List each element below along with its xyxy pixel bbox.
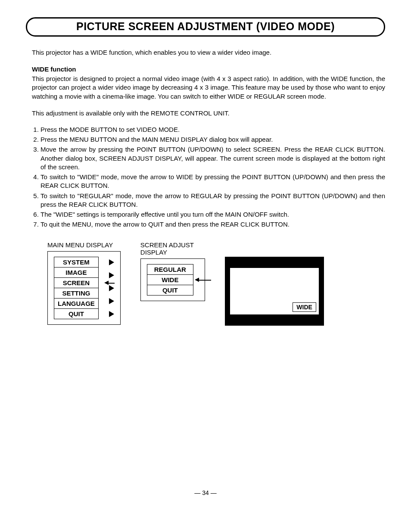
screen-preview: WIDE: [225, 257, 324, 326]
step: To switch to "REGULAR" mode, move the ar…: [40, 192, 385, 209]
remote-note: This adjustment is available only with t…: [32, 109, 385, 117]
pointer-arrow-icon: [195, 276, 211, 283]
page-title: PICTURE SCREEN ADJUSTMENT (VIDEO MODE): [26, 17, 385, 37]
step: The "WIDE" settings is temporarily effec…: [40, 210, 385, 219]
menu-item-label: WIDE: [162, 276, 178, 283]
triangle-right-icon: [109, 285, 114, 291]
step: Press the MENU BUTTON and the MAIN MENU …: [40, 135, 385, 144]
screen-adjust-diagram: SCREEN ADJUST DISPLAY REGULAR WIDE QUIT: [140, 241, 205, 301]
instruction-list: Press the MODE BUTTON to set VIDEO MODE.…: [32, 125, 385, 229]
step: Move the arrow by pressing the POINT BUT…: [40, 145, 385, 171]
mode-indicator: WIDE: [293, 302, 316, 312]
screen-adjust-box: REGULAR WIDE QUIT: [140, 258, 205, 301]
wide-function-body: This projector is designed to project a …: [32, 75, 385, 101]
step: Press the MODE BUTTON to set VIDEO MODE.: [40, 125, 385, 134]
page-number: — 34 —: [26, 489, 385, 496]
menu-item-regular: REGULAR: [147, 264, 193, 275]
triangle-right-icon: [109, 298, 114, 304]
main-menu-title: MAIN MENU DISPLAY: [47, 241, 121, 249]
menu-item-screen: SCREEN: [54, 278, 99, 288]
step: To quit the MENU, move the arrow to QUIT…: [40, 220, 385, 229]
intro-text: This projector has a WIDE function, whic…: [32, 49, 385, 56]
menu-item-label: SCREEN: [63, 279, 90, 286]
menu-item-setting: SETTING: [54, 288, 99, 299]
main-menu-diagram: MAIN MENU DISPLAY SYSTEM IMAGE SCREEN SE…: [47, 241, 121, 325]
menu-item-system: SYSTEM: [54, 257, 99, 268]
wide-function-heading: WIDE function: [32, 65, 385, 73]
diagram-row: MAIN MENU DISPLAY SYSTEM IMAGE SCREEN SE…: [47, 241, 385, 326]
main-menu-box: SYSTEM IMAGE SCREEN SETTING LANGUAGE QUI…: [47, 251, 121, 325]
screen-adjust-title: SCREEN ADJUST DISPLAY: [140, 241, 205, 256]
menu-item-wide: WIDE: [147, 275, 193, 285]
menu-item-language: LANGUAGE: [54, 299, 99, 309]
triangle-right-icon: [109, 272, 114, 278]
step: To switch to "WIDE" mode, move the arrow…: [40, 173, 385, 190]
triangle-right-icon: [109, 259, 114, 265]
menu-item-quit: QUIT: [54, 309, 99, 319]
menu-item-quit2: QUIT: [147, 285, 193, 296]
triangle-right-icon: [109, 311, 114, 317]
menu-item-image: IMAGE: [54, 268, 99, 278]
